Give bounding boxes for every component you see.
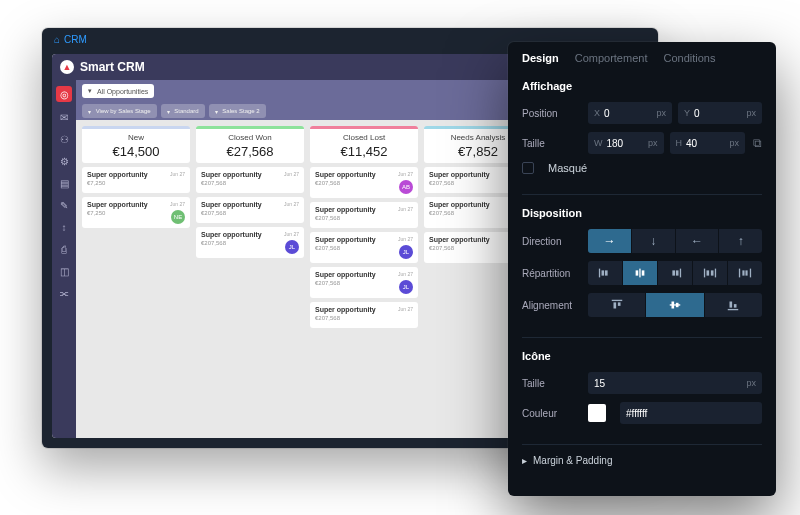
view-button[interactable]: ▾ Sales Stage 2 [209,104,266,118]
avatar: JL [399,245,413,259]
avatar: JL [399,280,413,294]
label-repartition: Répartition [522,268,580,279]
svg-rect-7 [672,270,675,275]
kanban-column: Closed Lost€11,452Super opportunity€207,… [310,126,418,432]
svg-rect-17 [611,300,622,301]
card-date: Jun 27 [284,201,299,207]
card-title: Super opportunity [315,306,376,313]
card-date: Jun 27 [398,306,413,312]
svg-rect-4 [636,270,639,275]
input-w[interactable]: W180px [588,132,664,154]
tab-conditions[interactable]: Conditions [663,52,715,64]
sidebar-share-icon[interactable]: ⫘ [57,286,71,300]
opportunity-card[interactable]: Super opportunity€207,568Jun 27 [196,197,304,223]
svg-rect-1 [602,270,605,275]
card-subtitle: €207,568 [315,280,376,286]
checkbox-masque[interactable] [522,162,534,174]
divider [522,337,762,338]
opportunity-card[interactable]: Super opportunity€207,568Jun 27 [196,167,304,193]
card-title: Super opportunity [429,236,490,243]
opportunity-card[interactable]: Super opportunity€207,568Jun 27 [310,302,418,328]
label-masque: Masqué [548,162,587,174]
card-title: Super opportunity [315,236,376,243]
sidebar-edit-icon[interactable]: ✎ [57,198,71,212]
opportunity-card[interactable]: Super opportunity€207,568Jun 27 [310,202,418,228]
justify-start-icon[interactable] [588,261,623,285]
opportunity-card[interactable]: Super opportunity€207,568Jun 27JL [310,267,418,298]
sidebar-mail-icon[interactable]: ✉ [57,110,71,124]
sidebar-print-icon[interactable]: ⎙ [57,242,71,256]
view-button[interactable]: ▾ Standard [161,104,205,118]
sidebar-arrows-icon[interactable]: ↕ [57,220,71,234]
kanban-column: Closed Won€27,568Super opportunity€207,5… [196,126,304,432]
card-subtitle: €207,568 [315,245,376,251]
card-date: Jun 27 [398,271,413,277]
section-affichage: Affichage Position X0px Y0px Taille W180… [508,72,776,190]
card-date: Jun 27 [398,236,413,242]
card-subtitle: €207,568 [201,240,262,246]
opportunity-card[interactable]: Super opportunity€207,568Jun 27JL [196,227,304,258]
align-bottom-icon[interactable] [705,293,762,317]
unlink-icon[interactable]: ⧉ [753,136,762,150]
card-subtitle: €207,568 [429,210,490,216]
app-title: Smart CRM [80,60,145,74]
opportunity-card[interactable]: Super opportunity€7,250Jun 27NE [82,197,190,228]
input-color-hex[interactable]: #ffffff [620,402,762,424]
sidebar-chart-icon[interactable]: ◫ [57,264,71,278]
justify-end-icon[interactable] [658,261,693,285]
sidebar-settings-icon[interactable]: ⚙ [57,154,71,168]
tab-design[interactable]: Design [522,52,559,64]
dir-up-icon[interactable]: ↑ [719,229,762,253]
avatar: NE [171,210,185,224]
section-disposition: Disposition Direction → ↓ ← ↑ Répartitio… [508,199,776,333]
column-header[interactable]: New€14,500 [82,126,190,163]
home-icon[interactable]: ⌂ [54,34,60,45]
card-subtitle: €207,568 [315,180,376,186]
label-taille: Taille [522,138,580,149]
breadcrumb[interactable]: ⌂ CRM [54,34,87,45]
section-icone: Icône Taille 15px Couleur #ffffff [508,342,776,440]
card-title: Super opportunity [201,231,262,238]
section-title: Disposition [522,207,762,219]
svg-rect-0 [599,269,600,278]
justify-between-icon[interactable] [693,261,728,285]
card-title: Super opportunity [201,201,262,208]
input-icone-taille[interactable]: 15px [588,372,762,394]
card-title: Super opportunity [315,271,376,278]
filter-button[interactable]: ▾ All Opportunities [82,84,154,98]
opportunity-card[interactable]: Super opportunity€207,568Jun 27AB [310,167,418,198]
app-logo-icon: ▲ [60,60,74,74]
opportunity-card[interactable]: Super opportunity€7,250Jun 27 [82,167,190,193]
tab-comportement[interactable]: Comportement [575,52,648,64]
dir-left-icon[interactable]: ← [676,229,720,253]
sidebar-target-icon[interactable]: ◎ [56,86,72,102]
align-middle-icon[interactable] [646,293,704,317]
color-swatch[interactable] [588,404,606,422]
justify-center-icon[interactable] [623,261,658,285]
view-button[interactable]: ▾ View by Sales Stage [82,104,157,118]
input-h[interactable]: H40px [670,132,746,154]
divider [522,444,762,445]
align-top-icon[interactable] [588,293,646,317]
card-subtitle: €207,568 [315,215,376,221]
svg-rect-19 [618,302,621,306]
stage-name: Closed Lost [314,133,414,142]
input-x[interactable]: X0px [588,102,672,124]
svg-rect-12 [711,270,714,275]
input-y[interactable]: Y0px [678,102,762,124]
stage-amount: €11,452 [314,144,414,159]
dir-right-icon[interactable]: → [588,229,632,253]
label-icone-taille: Taille [522,378,580,389]
expand-margin-padding[interactable]: ▸ Margin & Padding [508,449,776,472]
svg-rect-25 [734,304,737,308]
opportunity-card[interactable]: Super opportunity€207,568Jun 27JL [310,232,418,263]
justify-around-icon[interactable] [728,261,762,285]
label-alignement: Alignement [522,300,580,311]
breadcrumb-label[interactable]: CRM [64,34,87,45]
column-header[interactable]: Closed Won€27,568 [196,126,304,163]
sidebar-doc-icon[interactable]: ▤ [57,176,71,190]
dir-down-icon[interactable]: ↓ [632,229,676,253]
sidebar-users-icon[interactable]: ⚇ [57,132,71,146]
column-header[interactable]: Closed Lost€11,452 [310,126,418,163]
direction-group: → ↓ ← ↑ [588,229,762,253]
